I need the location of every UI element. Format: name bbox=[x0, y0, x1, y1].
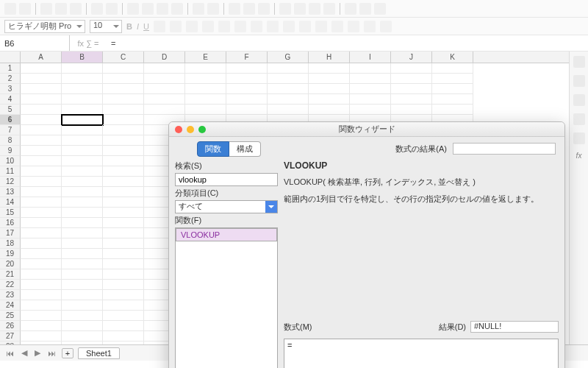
cell[interactable] bbox=[350, 94, 391, 105]
fx-icon[interactable]: fx bbox=[576, 152, 582, 160]
name-box[interactable]: B6 bbox=[0, 35, 70, 51]
cell[interactable] bbox=[21, 269, 62, 280]
cell[interactable] bbox=[62, 177, 103, 187]
chevron-down-icon[interactable] bbox=[265, 201, 277, 213]
toolbar-icon[interactable] bbox=[243, 3, 255, 15]
formula-input[interactable]: = bbox=[107, 39, 588, 48]
cell[interactable] bbox=[144, 94, 185, 105]
cell[interactable] bbox=[103, 105, 144, 115]
cell[interactable] bbox=[103, 269, 144, 280]
cell[interactable] bbox=[62, 197, 103, 208]
cell[interactable] bbox=[350, 84, 391, 94]
cell[interactable] bbox=[144, 74, 185, 84]
row-header[interactable]: 27 bbox=[0, 331, 21, 342]
cell[interactable] bbox=[62, 135, 103, 146]
cell[interactable] bbox=[62, 280, 103, 290]
toolbar-icon[interactable] bbox=[142, 3, 154, 15]
cell[interactable] bbox=[226, 94, 268, 105]
cell[interactable] bbox=[103, 311, 144, 321]
row-header[interactable]: 28 bbox=[0, 342, 21, 344]
toolbar-icon[interactable] bbox=[294, 3, 306, 15]
cell[interactable] bbox=[144, 63, 185, 74]
cell[interactable] bbox=[103, 228, 144, 238]
cell[interactable] bbox=[21, 300, 62, 311]
zoom-icon[interactable] bbox=[198, 126, 206, 133]
format-icon[interactable] bbox=[234, 21, 246, 32]
cell[interactable] bbox=[391, 74, 432, 84]
row-header[interactable]: 8 bbox=[0, 135, 21, 146]
format-icon[interactable] bbox=[186, 21, 198, 32]
column-header[interactable]: D bbox=[144, 52, 185, 63]
row-header[interactable]: 13 bbox=[0, 187, 21, 197]
format-icon[interactable] bbox=[251, 21, 262, 32]
row-header[interactable]: 10 bbox=[0, 156, 21, 166]
add-sheet-button[interactable]: + bbox=[62, 348, 74, 358]
sidepanel-icon[interactable] bbox=[573, 56, 585, 68]
cell[interactable] bbox=[62, 105, 103, 115]
cell[interactable] bbox=[432, 63, 473, 74]
toolbar-icon[interactable] bbox=[345, 3, 356, 15]
cell[interactable] bbox=[350, 63, 391, 74]
cell[interactable] bbox=[62, 290, 103, 300]
format-icon[interactable] bbox=[283, 21, 295, 32]
font-name-select[interactable]: ヒラギノ明朝 Pro bbox=[4, 20, 85, 33]
select-all-corner[interactable] bbox=[0, 52, 21, 63]
cell[interactable] bbox=[268, 105, 309, 115]
format-icon[interactable] bbox=[202, 21, 214, 32]
cell[interactable] bbox=[432, 105, 473, 115]
cell[interactable] bbox=[103, 290, 144, 300]
font-size-select[interactable]: 10 bbox=[90, 20, 122, 33]
cell[interactable] bbox=[62, 300, 103, 311]
format-icon[interactable] bbox=[348, 21, 359, 32]
column-header[interactable]: B bbox=[62, 52, 103, 63]
sidepanel-icon[interactable] bbox=[573, 75, 585, 87]
cell[interactable] bbox=[268, 94, 309, 105]
dialog-titlebar[interactable]: 関数ウィザード bbox=[169, 122, 564, 137]
cell[interactable] bbox=[21, 228, 62, 238]
row-header[interactable]: 3 bbox=[0, 84, 21, 94]
cell[interactable] bbox=[62, 238, 103, 249]
cell[interactable] bbox=[21, 105, 62, 115]
italic-icon[interactable]: I bbox=[137, 22, 139, 31]
cell[interactable] bbox=[21, 135, 62, 146]
cell[interactable] bbox=[62, 342, 103, 344]
cell[interactable] bbox=[21, 74, 62, 84]
row-header[interactable]: 26 bbox=[0, 321, 21, 331]
row-header[interactable]: 20 bbox=[0, 259, 21, 269]
cell[interactable] bbox=[103, 177, 144, 187]
cell[interactable] bbox=[21, 146, 62, 156]
cell[interactable] bbox=[62, 84, 103, 94]
format-icon[interactable] bbox=[218, 21, 230, 32]
toolbar-icon[interactable] bbox=[40, 3, 52, 15]
cell[interactable] bbox=[185, 94, 226, 105]
cell[interactable] bbox=[62, 63, 103, 74]
cell[interactable] bbox=[268, 63, 309, 74]
toolbar-icon[interactable] bbox=[55, 3, 67, 15]
cell[interactable] bbox=[268, 84, 309, 94]
row-header[interactable]: 14 bbox=[0, 197, 21, 208]
cell[interactable] bbox=[185, 74, 226, 84]
cell[interactable] bbox=[144, 84, 185, 94]
row-header[interactable]: 18 bbox=[0, 238, 21, 249]
toolbar-icon[interactable] bbox=[91, 3, 103, 15]
cell[interactable] bbox=[185, 84, 226, 94]
sheet-tab[interactable]: Sheet1 bbox=[78, 347, 120, 359]
cell[interactable] bbox=[226, 63, 268, 74]
search-input[interactable] bbox=[175, 173, 278, 186]
cell[interactable] bbox=[103, 300, 144, 311]
column-header[interactable]: K bbox=[432, 52, 473, 63]
column-header[interactable]: J bbox=[391, 52, 432, 63]
cell[interactable] bbox=[350, 105, 391, 115]
cell[interactable] bbox=[21, 208, 62, 218]
cell[interactable] bbox=[62, 125, 103, 135]
cell[interactable] bbox=[21, 177, 62, 187]
format-icon[interactable] bbox=[154, 21, 165, 32]
cell[interactable] bbox=[103, 249, 144, 259]
underline-icon[interactable]: U bbox=[143, 22, 149, 31]
cell[interactable] bbox=[62, 208, 103, 218]
cell[interactable] bbox=[103, 94, 144, 105]
toolbar-icon[interactable] bbox=[157, 3, 168, 15]
cell[interactable] bbox=[21, 311, 62, 321]
cell[interactable] bbox=[62, 259, 103, 269]
cell[interactable] bbox=[103, 342, 144, 344]
